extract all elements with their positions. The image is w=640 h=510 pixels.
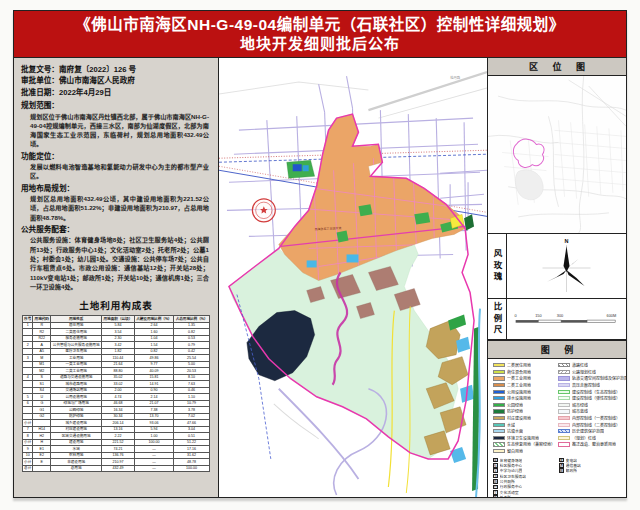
info-section: 规划范围： 规划区位于佛山市南海区丹灶镇西北部，属于佛山市南海区NH-G-49-…	[21, 100, 211, 149]
facility-icon: 社	[493, 463, 498, 468]
legend-swatch	[558, 403, 570, 407]
legend-label: 历史建筑保护范围	[572, 428, 604, 434]
legend-label: 道路红线	[572, 362, 588, 368]
legend-label: 一类工业用地	[507, 375, 531, 381]
legend-item: 环境卫生设施用地	[493, 435, 555, 442]
facility-icon: 托	[493, 495, 498, 497]
legend-swatch	[558, 383, 570, 387]
land-use-table: 序号用地代码用地性质用地面积（公顷）占建设用地比例（%）占总用地比例（%） 1 …	[22, 315, 210, 472]
land-table-title: 土地利用构成表	[21, 298, 211, 312]
section-body: 发展以燃料电池智造基地和氢能动力研发中心为主的都市型产业区。	[30, 162, 209, 181]
legend-swatch	[558, 409, 570, 413]
notice-sheet: 《佛山市南海区NH-G-49-04编制单元（石联社区）控制性详细规划》 地块开发…	[13, 10, 627, 498]
wind-rose-star	[547, 246, 585, 286]
facility-icon: 邮	[559, 468, 564, 473]
legend-item: 历史建筑保护范围	[558, 428, 626, 435]
approval-info-line: 批复文号：南府复〔2022〕126 号	[21, 64, 211, 75]
legend-icon-item: 托 托老所	[493, 495, 556, 497]
facility-icon: 通	[559, 463, 564, 468]
legend-swatch	[558, 376, 570, 380]
legend-swatch	[493, 409, 505, 413]
legend-item: 生态修复用地（兼容绿地）	[493, 441, 555, 448]
legend-icon-label: 邮政所	[566, 468, 577, 473]
scale-tick: 0	[515, 313, 517, 318]
legend-icon-label: 行政服务中心	[500, 484, 523, 489]
legend-label: 留白用地	[507, 448, 523, 454]
legend-item: 公园绿地	[493, 402, 555, 409]
scale-tick: 150	[535, 313, 541, 318]
info-section: 用地布局规划： 规划区总用地面积432.49公顷，其中建设用地面积为221.52…	[21, 183, 211, 222]
legend-item: 道路红线	[558, 362, 626, 369]
legend-swatch	[493, 403, 505, 407]
legend-label: 二类工业用地	[507, 382, 531, 388]
page-title-line2: 地块开发细则批后公布	[240, 35, 400, 53]
title-banner: 《佛山市南海区NH-G-49-04编制单元（石联社区）控制性详细规划》 地块开发…	[14, 11, 626, 58]
legend-label: 城市蓝线	[572, 408, 588, 414]
planning-map-svg: 桂丹路	[219, 58, 487, 497]
legend-icon-label: 公共厕所	[500, 479, 515, 484]
legend-swatch	[493, 449, 505, 453]
legend-label: 建设控制线（弹性控制线）	[572, 395, 620, 401]
legend: 二类居住用地 商住混合用地 一类工业用地	[488, 359, 626, 497]
legend-icon-item: 邮 邮政所	[559, 468, 622, 473]
legend-label: 轨道交通空间控制线及保护范围	[572, 375, 626, 381]
legend-title: 图 例	[488, 340, 626, 359]
facility-icon: 变	[559, 458, 564, 463]
legend-label: 高压走廊控制线	[572, 382, 600, 388]
location-map-svg	[488, 76, 626, 233]
legend-swatch	[493, 383, 505, 387]
section-heading: 用地布局规划：	[21, 183, 211, 194]
legend-swatch	[493, 370, 505, 374]
legend-swatch	[493, 376, 505, 380]
section-heading: 公共服务配套：	[21, 224, 211, 235]
table-row: 总计 总用地 432.49 — 100.00	[22, 465, 209, 472]
legend-label: 二类居住用地	[507, 362, 531, 368]
legend-item: 坑塘水面	[493, 428, 555, 435]
section-body: 规划区位于佛山市南海区丹灶镇西北部，属于佛山市南海区NH-G-49-04控规编制…	[30, 112, 209, 149]
scale-label: 比例尺	[488, 299, 507, 339]
legend-item: 建设控制线（弹性控制线）	[558, 395, 626, 402]
legend-swatch	[558, 370, 570, 374]
legend-swatch	[558, 363, 570, 367]
legend-label: （规划）红线	[572, 435, 596, 441]
facility-icon: 体	[493, 458, 498, 463]
section-body: 规划区总用地面积432.49公顷，其中建设用地面积为221.52公顷，占总用地面…	[30, 194, 209, 222]
legend-item: 一类工业用地	[493, 375, 555, 382]
legend-label: 建设控制线（生态控制线）	[572, 389, 620, 395]
legend-label: 排水设施用地	[507, 395, 531, 401]
legend-item: 公路规划红线	[558, 369, 626, 376]
legend-item: 搬迁改造、整治更新用地	[558, 441, 626, 448]
legend-swatch	[558, 416, 570, 420]
legend-swatch	[558, 396, 570, 400]
legend-label: 环境卫生设施用地	[507, 435, 539, 441]
legend-label: 生态修复用地（兼容绿地）	[507, 441, 555, 447]
legend-label: 内部控制线（二类控制线）	[572, 422, 620, 428]
legend-icon-column-right: 变 变电站 通 通信基站 邮 邮政所	[559, 457, 622, 497]
legend-label: 搬迁改造、整治更新用地	[572, 441, 616, 447]
legend-icon-label: 变电站	[566, 458, 577, 463]
legend-swatch	[493, 416, 505, 420]
legend-item: 内部控制线（二类控制线）	[558, 421, 626, 428]
legend-icon-label: 社区卫生服务站	[500, 474, 527, 479]
approval-info-line: 审批单位：佛山市南海区人民政府	[21, 75, 211, 86]
legend-item: 二类居住用地	[493, 362, 555, 369]
legend-label: 商住混合用地	[507, 369, 531, 375]
legend-label: 公用设施用地	[507, 389, 531, 395]
facility-icon: 文	[493, 490, 498, 495]
legend-swatch	[493, 363, 505, 367]
legend-icon-label: 文化活动室	[500, 490, 519, 495]
legend-line-column: 道路红线 公路规划红线 轨道交通空间控制线及保护范围	[558, 362, 626, 454]
legend-item: 建设控制线（生态控制线）	[558, 388, 626, 395]
legend-item: 内部控制线（一类控制线）	[558, 415, 626, 422]
legend-item: 防护绿地	[493, 408, 555, 415]
planning-map: 桂丹路	[219, 58, 487, 497]
legend-swatch	[558, 436, 570, 440]
legend-icon-label: 体育健身场地	[500, 458, 523, 463]
legend-label: 村庄建设用地	[507, 415, 531, 421]
scale-bar: 0 150 300 600M	[507, 299, 626, 339]
info-section: 公共服务配套： 公共服务设施：体育健身场地8处；社区卫生服务站4处；公共厕所13…	[21, 224, 211, 291]
legend-item: 商住混合用地	[493, 369, 555, 376]
legend-swatch	[558, 423, 570, 427]
approval-info-list: 批复文号：南府复〔2022〕126 号 审批单位：佛山市南海区人民政府 批准日期…	[21, 64, 211, 98]
legend-label: 公路规划红线	[572, 369, 596, 375]
